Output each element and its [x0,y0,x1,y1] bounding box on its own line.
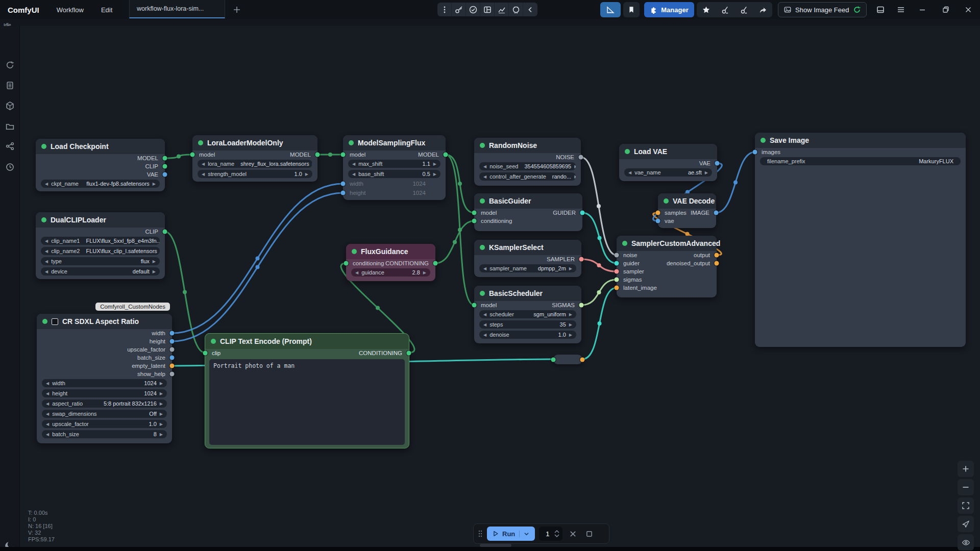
out-slot-IMAGE[interactable] [714,211,719,215]
in-slot-model[interactable] [472,211,477,215]
api-key-button[interactable] [452,3,466,16]
widget-denoise[interactable]: ◀denoise1.0▶ [479,331,576,339]
github-button[interactable] [509,3,523,16]
out-slot-empty_latent[interactable] [170,364,175,368]
zoom-out-button[interactable] [958,479,974,495]
widget-guidance[interactable]: ◀guidance2.8▶ [351,268,430,277]
toggle-visibility-button[interactable] [958,534,974,550]
stop-button[interactable] [583,528,595,540]
widget-filename_prefix[interactable]: filename_prefixMarkuryFLUX [760,157,961,165]
node-titlebar[interactable]: CR SDXL Aspect Ratio [37,314,172,329]
node-titlebar[interactable]: SamplerCustomAdvanced [617,236,717,251]
out-slot-MODEL[interactable] [163,156,167,161]
node-canvas[interactable]: Load CheckpointMODELCLIPVAE◀ckpt_nameflu… [0,0,980,551]
out-slot-batch_size[interactable] [170,356,175,360]
widget-lora_name[interactable]: ◀lora_nameshrey_flux_lora.safetensors▶ [198,160,312,168]
node-load-checkpoint[interactable]: Load CheckpointMODELCLIPVAE◀ckpt_nameflu… [36,139,165,191]
sidebar-item-history[interactable] [4,59,16,71]
sidebar-item-model-library[interactable] [4,99,16,112]
node-titlebar[interactable]: ModelSamplingFlux [343,135,446,151]
out-slot-output[interactable] [715,253,719,258]
fit-view-button[interactable] [958,497,974,514]
widget-sampler_name[interactable]: ◀sampler_namedpmpp_2m▶ [479,264,576,272]
batch-count-steppers[interactable] [554,530,559,537]
in-slot-latent_image[interactable] [615,286,619,290]
zoom-in-button[interactable] [958,461,974,477]
out-slot-SAMPLER[interactable] [579,257,584,262]
in-slot-samples[interactable] [656,211,660,215]
manager-button[interactable]: Manager [644,2,694,17]
widget-aspect_ratio[interactable]: ◀aspect_ratio5:8 portrait 832x1216▶ [42,399,167,408]
in-slot-clip[interactable] [203,351,208,356]
cancel-button[interactable] [567,528,579,540]
in-slot-reroute[interactable] [551,357,556,362]
node-dual-clip-loader[interactable]: DualCLIPLoaderCLIP◀clip_name1FLUX\flux_5… [36,212,165,279]
widget-steps[interactable]: ◀steps35▶ [479,320,576,329]
node-basic-scheduler[interactable]: BasicSchedulermodelSIGMAS◀schedulersgm_u… [474,286,581,343]
out-slot-upscale_factor[interactable] [170,347,175,352]
out-slot-NOISE[interactable] [579,155,583,160]
menu-workflow[interactable]: Workflow [57,6,84,14]
batch-count-input[interactable]: 1 [539,527,562,541]
node-lora-loader-model-only[interactable]: LoraLoaderModelOnlymodelMODEL◀lora_names… [192,135,317,182]
in-slot-vae[interactable] [656,219,660,223]
node-titlebar[interactable]: Load VAE [619,144,717,159]
widget-ckpt_name[interactable]: ◀ckpt_nameflux1-dev-fp8.safetensors▶ [41,180,160,188]
out-slot-GUIDER[interactable] [580,211,585,215]
collapse-toolbar-button[interactable] [523,3,537,16]
workflow-tab[interactable]: workflow-flux-lora-sim... [129,0,225,18]
widget-scheduler[interactable]: ◀schedulersgm_uniform▶ [479,310,576,318]
node-titlebar[interactable]: FluxGuidance [346,244,435,259]
widget-clip_name2[interactable]: ◀clip_name2FLUX\flux_clip_l.safetensors▶ [41,247,160,255]
node-ksampler-select[interactable]: KSamplerSelectSAMPLER◀sampler_namedpmpp_… [474,240,581,277]
star-button[interactable] [697,2,716,17]
share-button[interactable] [753,2,772,17]
widget-vae_name[interactable]: ◀vae_nameae.sft▶ [624,168,712,177]
widget-height[interactable]: ◀height1024▶ [42,389,167,397]
panel-toggle-button[interactable] [874,3,887,16]
node-titlebar[interactable]: BasicScheduler [474,286,581,301]
node-flux-guidance[interactable]: FluxGuidanceconditioningCONDITIONING◀gui… [346,244,435,281]
run-options-chevron[interactable] [519,531,530,537]
out-slot-show_help[interactable] [170,372,175,377]
canvas-info-button[interactable] [600,2,621,17]
node-titlebar[interactable]: DualCLIPLoader [36,212,165,228]
node-vae-decode[interactable]: VAE DecodesamplesIMAGEvae [658,193,716,228]
run-button[interactable]: Run [487,527,535,541]
in-slot-sigmas[interactable] [615,278,619,282]
node-titlebar[interactable]: RandomNoise [474,138,581,153]
out-slot-VAE[interactable] [163,172,167,177]
widget-strength_model[interactable]: ◀strength_model1.0▶ [198,170,312,178]
out-slot-CLIP[interactable] [163,164,167,169]
minimize-button[interactable] [916,3,929,16]
node-titlebar[interactable]: Save Image [755,133,966,148]
node-load-vae[interactable]: Load VAEVAE◀vae_nameae.sft▶ [619,144,717,181]
node-save-image[interactable]: Save Imageimagesfilename_prefixMarkuryFL… [755,133,966,347]
sidebar-item-templates[interactable] [4,161,16,173]
node-cr-sdxl-aspect-ratio[interactable]: Comfyroll_CustomNodesCR SDXL Aspect Rati… [37,314,172,443]
sidebar-item-queue[interactable] [4,79,16,91]
widget-device[interactable]: ◀devicedefault▶ [41,267,160,276]
more-options-button[interactable] [437,3,452,16]
node-titlebar[interactable]: LoraLoaderModelOnly [192,135,317,151]
app-menu-button[interactable] [894,3,908,16]
in-slot-conditioning[interactable] [472,219,477,223]
widget-width[interactable]: ◀width1024▶ [42,379,167,387]
horizontal-scrollbar[interactable] [480,544,511,547]
metrics-button[interactable] [495,3,509,16]
node-model-sampling-flux[interactable]: ModelSamplingFluxmodelMODEL◀max_shift1.1… [343,135,446,200]
menu-edit[interactable]: Edit [101,6,112,14]
close-button[interactable] [962,3,975,16]
in-slot-height[interactable] [341,191,346,195]
widget-clip_name1[interactable]: ◀clip_name1FLUX\flux_5xxl_fp8_e4m3fn....… [41,237,160,245]
validate-button[interactable] [466,3,480,16]
node-random-noise[interactable]: RandomNoiseNOISE◀noise_seed3545546058596… [474,138,581,186]
restore-button[interactable] [939,3,952,16]
widget-batch_size[interactable]: ◀batch_size8▶ [42,430,167,438]
in-slot-model[interactable] [341,153,346,157]
node-reroute[interactable] [553,355,582,364]
node-titlebar[interactable]: KSamplerSelect [474,240,581,255]
in-slot-conditioning[interactable] [344,261,349,266]
in-slot-model[interactable] [472,303,477,308]
widget-max_shift[interactable]: ◀max_shift1.1▶ [348,160,440,168]
